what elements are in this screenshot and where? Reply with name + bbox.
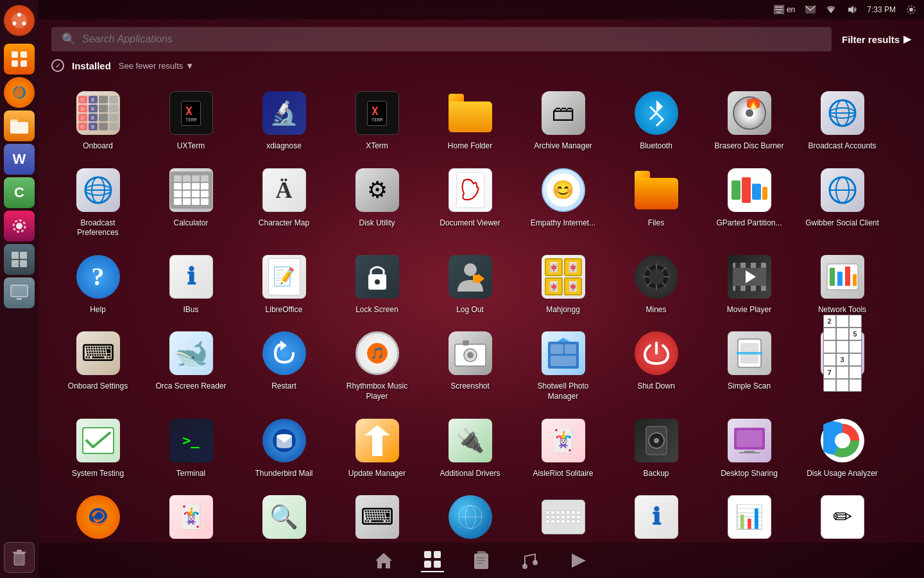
app-item-marble[interactable]: Marble bbox=[424, 486, 517, 543]
app-item-onboard[interactable]: OBOBOBOB Onboard bbox=[51, 82, 144, 157]
app-item-firefox[interactable]: Firefox bbox=[51, 486, 144, 543]
app-item-disk-utility[interactable]: ⚙ Disk Utility bbox=[330, 159, 424, 243]
dock-applications[interactable] bbox=[421, 549, 444, 572]
svg-rect-17 bbox=[11, 285, 28, 297]
app-item-broadcast-accounts[interactable]: Broadcast Accounts bbox=[796, 82, 889, 157]
app-item-mines[interactable]: Mines bbox=[610, 246, 703, 320]
app-label-aisleriot-solitaire: AisleRiot Solitaire bbox=[533, 469, 593, 479]
app-item-desktop-sharing[interactable]: Desktop Sharing bbox=[703, 410, 796, 484]
app-item-brasero-disc-burner[interactable]: 🔥 Brasero Disc Burner bbox=[703, 82, 796, 157]
app-item-network-tools[interactable]: Network Tools bbox=[796, 246, 889, 320]
app-item-shut-down[interactable]: Shut Down bbox=[610, 322, 703, 407]
network-indicator[interactable] bbox=[826, 5, 836, 14]
app-item-searchmonkey[interactable]: 🔍SearchMonkey bbox=[237, 486, 330, 543]
volume-indicator[interactable] bbox=[846, 5, 857, 14]
app-item-update-manager[interactable]: Update Manager bbox=[330, 410, 424, 484]
dock-files[interactable] bbox=[470, 549, 493, 572]
svg-rect-21 bbox=[17, 550, 22, 552]
app-item-gwibber-social-client[interactable]: Gwibber Social Client bbox=[796, 159, 889, 243]
sidebar-item-trash[interactable] bbox=[4, 542, 35, 573]
app-item-gparted-partition...[interactable]: GParted Partition... bbox=[703, 159, 796, 243]
see-fewer-button[interactable]: See fewer results ▼ bbox=[119, 61, 194, 71]
app-item-terminal[interactable]: >_ Terminal bbox=[144, 410, 237, 484]
app-item-backup[interactable]: Backup bbox=[610, 410, 703, 484]
app-label-broadcast-accounts: Broadcast Accounts bbox=[808, 141, 876, 152]
system-settings-icon[interactable] bbox=[906, 4, 916, 15]
app-item-rhythmbox-music-player[interactable]: 🎵 Rhythmbox Music Player bbox=[330, 322, 424, 407]
app-item-draw[interactable]: ✏Draw bbox=[796, 486, 889, 543]
app-label-broadcast-preferences: Broadcast Preferences bbox=[60, 218, 137, 238]
search-input[interactable] bbox=[82, 33, 821, 45]
app-item-archive-manager[interactable]: 🗃 Archive Manager bbox=[517, 82, 610, 157]
app-label-disk-usage-analyzer: Disk Usage Analyzer bbox=[807, 469, 878, 479]
app-item-document-viewer[interactable]: Document Viewer bbox=[424, 159, 517, 243]
app-item-mahjongg[interactable]: 🀄🀄🀄🀄 Mahjongg bbox=[517, 246, 610, 320]
app-item-character-map[interactable]: Ä Character Map bbox=[237, 159, 330, 243]
svg-rect-76 bbox=[551, 344, 563, 354]
dock-home[interactable] bbox=[372, 549, 395, 572]
app-item-simple-scan[interactable]: Simple Scan bbox=[703, 322, 796, 407]
app-item-uxterm[interactable]: X TERM UXTerm bbox=[144, 82, 237, 157]
app-item-system-testing[interactable]: System Testing bbox=[51, 410, 144, 484]
app-item-disk-usage-analyzer[interactable]: Disk Usage Analyzer bbox=[796, 410, 889, 484]
sidebar-item-calc[interactable]: C bbox=[4, 177, 35, 208]
app-item-restart[interactable]: Restart bbox=[237, 322, 330, 407]
app-item-log-out[interactable]: Log Out bbox=[424, 246, 517, 320]
svg-rect-25 bbox=[776, 12, 782, 13]
app-item-orca-screen-reader[interactable]: 🐋 Orca Screen Reader bbox=[144, 322, 237, 407]
app-label-xterm: XTerm bbox=[366, 141, 388, 152]
search-box[interactable]: 🔍 bbox=[51, 27, 832, 51]
svg-point-109 bbox=[533, 560, 538, 565]
installed-check-icon: ✓ bbox=[51, 59, 64, 72]
filter-results-button[interactable]: Filter results ▶ bbox=[842, 33, 911, 45]
topbar: en 7:33 PM bbox=[38, 0, 924, 19]
app-label-archive-manager: Archive Manager bbox=[534, 141, 592, 152]
sidebar-item-settings[interactable] bbox=[4, 211, 35, 241]
svg-rect-24 bbox=[775, 9, 783, 10]
sidebar-item-writer[interactable]: W bbox=[4, 144, 35, 175]
app-item-onboard-settings[interactable]: ⌨ Onboard Settings bbox=[51, 322, 144, 407]
app-item-keyboard-layout[interactable]: Keyboard Layout bbox=[517, 486, 610, 543]
app-item-sudoku[interactable]: 2537 Sudoku bbox=[796, 322, 889, 407]
app-item-shotwell-photo-manager[interactable]: Shotwell Photo Manager bbox=[517, 322, 610, 407]
svg-rect-10 bbox=[10, 119, 18, 125]
sidebar-item-apps[interactable] bbox=[4, 44, 35, 74]
sidebar-item-ubuntu[interactable] bbox=[4, 5, 35, 36]
sidebar-item-files[interactable] bbox=[4, 110, 35, 141]
svg-rect-58 bbox=[735, 263, 740, 268]
app-item-calculator[interactable]: Calculator bbox=[144, 159, 237, 243]
app-label-update-manager: Update Manager bbox=[348, 469, 406, 479]
dock-video[interactable] bbox=[567, 549, 590, 572]
mail-indicator[interactable] bbox=[805, 6, 816, 13]
app-item-movie-player[interactable]: Movie Player bbox=[703, 246, 796, 320]
app-item-broadcast-preferences[interactable]: Broadcast Preferences bbox=[51, 159, 144, 243]
app-item-thunderbird-mail[interactable]: Thunderbird Mail bbox=[237, 410, 330, 484]
keyboard-indicator[interactable]: en bbox=[774, 5, 795, 14]
svg-marker-85 bbox=[364, 425, 390, 456]
app-item-about[interactable]: ℹAbout bbox=[610, 486, 703, 543]
app-item-screenshot[interactable]: Screenshot bbox=[424, 322, 517, 407]
app-item-keyboard[interactable]: ⌨Keyboard bbox=[330, 486, 424, 543]
dock-music[interactable] bbox=[518, 549, 542, 572]
filter-arrow-icon: ▶ bbox=[903, 33, 911, 45]
app-item-ibus[interactable]: ℹ IBus bbox=[144, 246, 237, 320]
app-item-bluetooth[interactable]: Bluetooth bbox=[610, 82, 703, 157]
clock: 7:33 PM bbox=[867, 5, 896, 14]
app-item-aisleriot[interactable]: 🃏AisleRiot bbox=[144, 486, 237, 543]
sidebar-item-workspace[interactable] bbox=[4, 277, 35, 308]
app-row-1: Broadcast Preferences Calculator Ä Chara… bbox=[51, 159, 911, 243]
app-item-libreoffice[interactable]: 📝 LibreOffice bbox=[237, 246, 330, 320]
app-item-lock-screen[interactable]: Lock Screen bbox=[330, 246, 424, 320]
app-item-empathy-internet...[interactable]: 😊 Empathy Internet... bbox=[517, 159, 610, 243]
app-label-additional-drivers: Additional Drivers bbox=[440, 469, 500, 479]
app-item-xdiagnose[interactable]: 🔬 xdiagnose bbox=[237, 82, 330, 157]
app-item-calc[interactable]: 📊Calc bbox=[703, 486, 796, 543]
app-item-help[interactable]: ? Help bbox=[51, 246, 144, 320]
sidebar-item-unity[interactable] bbox=[4, 244, 35, 275]
app-item-aisleriot-solitaire[interactable]: 🃏 AisleRiot Solitaire bbox=[517, 410, 610, 484]
app-item-home-folder[interactable]: Home Folder bbox=[424, 82, 517, 157]
app-item-additional-drivers[interactable]: 🔌 Additional Drivers bbox=[424, 410, 517, 484]
app-item-files[interactable]: Files bbox=[610, 159, 703, 243]
app-item-xterm[interactable]: X TERM XTerm bbox=[330, 82, 424, 157]
sidebar-item-firefox[interactable] bbox=[4, 77, 35, 108]
